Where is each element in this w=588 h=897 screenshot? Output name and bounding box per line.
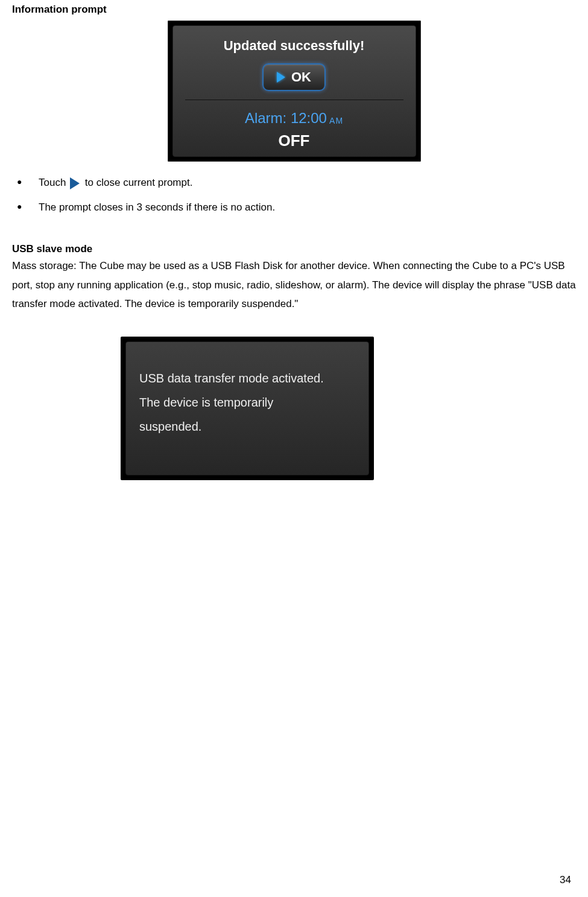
section-title-information-prompt: Information prompt [12,4,576,16]
bullet-list: Touch to close current prompt. The promp… [12,174,576,217]
usb-paragraph: Mass storage: The Cube may be used as a … [12,256,576,313]
alarm-time: 12:00 [291,110,327,126]
bullet-auto-close: The prompt closes in 3 seconds if there … [30,198,576,217]
alarm-ampm: AM [327,116,343,125]
section-title-usb-slave-mode: USB slave mode [12,243,576,255]
page-number: 34 [560,874,571,886]
alarm-off: OFF [185,132,403,150]
alarm-row: Alarm: 12:00 AM OFF [185,100,403,150]
usb-line2: The device is temporarily [139,390,355,414]
touch-prefix: Touch [39,177,69,188]
updated-message: Updated successfully! [185,32,403,63]
ok-label: OK [291,69,311,85]
play-icon [277,72,285,83]
prompt-screenshot: Updated successfully! OK Alarm: 12:00 AM… [168,21,421,162]
ok-button[interactable]: OK [262,63,326,91]
play-icon-inline [70,177,80,189]
bullet-touch: Touch to close current prompt. [30,174,576,192]
usb-dialog: USB data transfer mode activated. The de… [125,341,369,475]
usb-screenshot: USB data transfer mode activated. The de… [121,337,374,480]
ok-row: OK [185,63,403,100]
touch-suffix: to close current prompt. [85,177,193,188]
usb-line3: suspended. [139,414,355,439]
usb-line1: USB data transfer mode activated. [139,366,355,390]
alarm-label: Alarm: [245,110,291,126]
prompt-dialog: Updated successfully! OK Alarm: 12:00 AM… [172,25,416,157]
